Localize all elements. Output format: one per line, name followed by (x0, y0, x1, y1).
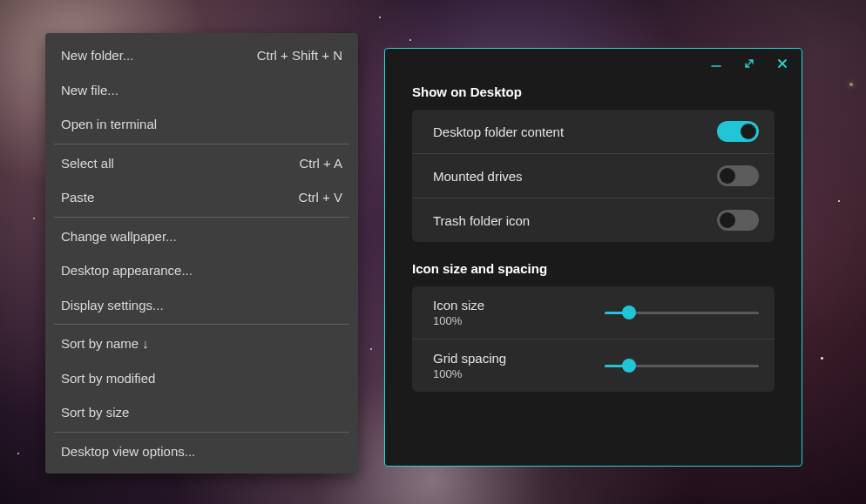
menu-item-label: Sort by name↓ (61, 335, 149, 353)
menu-item-display-settings[interactable]: Display settings... (45, 288, 358, 323)
toggle-knob (720, 212, 735, 228)
menu-item-change-wallpaper[interactable]: Change wallpaper... (45, 219, 358, 254)
menu-item-select-all[interactable]: Select allCtrl + A (45, 146, 358, 181)
show-on-desktop-panel: Desktop folder contentMounted drivesTras… (412, 110, 775, 242)
setting-row-mounted-drives: Mounted drives (412, 153, 775, 198)
setting-label: Icon size (433, 298, 484, 312)
section-title-show: Show on Desktop (412, 84, 775, 99)
menu-separator (54, 432, 349, 433)
close-icon[interactable] (775, 57, 789, 71)
setting-label: Trash folder icon (433, 213, 530, 228)
toggle-mounted-drives[interactable] (717, 165, 759, 186)
minimize-icon[interactable] (709, 57, 723, 71)
setting-row-desktop-folder-content: Desktop folder content (412, 110, 775, 153)
menu-item-open-in-terminal[interactable]: Open in terminal (45, 107, 358, 142)
menu-item-desktop-view-options[interactable]: Desktop view options... (45, 434, 358, 469)
setting-label: Grid spacing (433, 351, 506, 366)
menu-item-sort-by-size[interactable]: Sort by size (45, 395, 358, 430)
menu-item-label: Display settings... (61, 297, 164, 314)
maximize-icon[interactable] (742, 57, 756, 71)
desktop-view-options-window: Show on Desktop Desktop folder contentMo… (384, 48, 802, 467)
menu-item-label: Sort by size (61, 404, 129, 421)
menu-item-shortcut: Ctrl + A (299, 155, 342, 172)
menu-item-paste[interactable]: PasteCtrl + V (45, 180, 358, 215)
menu-item-label: Desktop view options... (61, 443, 195, 460)
menu-item-label: Select all (61, 155, 114, 172)
menu-separator (54, 144, 349, 144)
section-title-icon: Icon size and spacing (412, 261, 775, 276)
setting-label: Desktop folder content (433, 124, 564, 139)
menu-item-new-file[interactable]: New file... (45, 73, 358, 108)
toggle-knob (741, 124, 756, 139)
slider-thumb[interactable] (622, 359, 636, 373)
menu-item-label: Desktop appearance... (61, 262, 193, 279)
setting-label: Mounted drives (433, 169, 523, 184)
slider-grid-spacing[interactable] (605, 358, 759, 373)
toggle-desktop-folder-content[interactable] (717, 121, 759, 142)
menu-item-new-folder[interactable]: New folder...Ctrl + Shift + N (45, 38, 358, 73)
icon-size-spacing-panel: Icon size100%Grid spacing100% (412, 286, 775, 392)
menu-item-shortcut: Ctrl + V (299, 189, 342, 206)
slider-icon-size[interactable] (605, 305, 759, 320)
toggle-knob (720, 168, 735, 184)
setting-value-text: 100% (433, 367, 506, 380)
desktop-context-menu: New folder...Ctrl + Shift + NNew file...… (45, 33, 358, 474)
menu-separator (54, 217, 349, 218)
menu-item-label: Sort by modified (61, 370, 155, 387)
sort-ascending-arrow-icon: ↓ (142, 336, 149, 351)
menu-item-label: New file... (61, 82, 118, 99)
menu-item-shortcut: Ctrl + Shift + N (257, 47, 342, 64)
menu-item-sort-by-name[interactable]: Sort by name↓ (45, 326, 358, 361)
window-titlebar[interactable] (385, 49, 802, 74)
menu-item-desktop-appearance[interactable]: Desktop appearance... (45, 253, 358, 288)
setting-row-trash-folder-icon: Trash folder icon (412, 198, 775, 242)
slider-thumb[interactable] (622, 306, 636, 319)
menu-item-label: Paste (61, 189, 94, 206)
menu-item-sort-by-modified[interactable]: Sort by modified (45, 361, 358, 396)
setting-row-grid-spacing: Grid spacing100% (412, 339, 775, 392)
menu-item-label: New folder... (61, 47, 133, 64)
toggle-trash-folder-icon[interactable] (717, 210, 759, 231)
menu-item-label: Change wallpaper... (61, 228, 177, 245)
setting-value-text: 100% (433, 314, 484, 327)
menu-separator (54, 324, 349, 325)
setting-row-icon-size: Icon size100% (412, 286, 775, 339)
menu-item-label: Open in terminal (61, 116, 157, 133)
